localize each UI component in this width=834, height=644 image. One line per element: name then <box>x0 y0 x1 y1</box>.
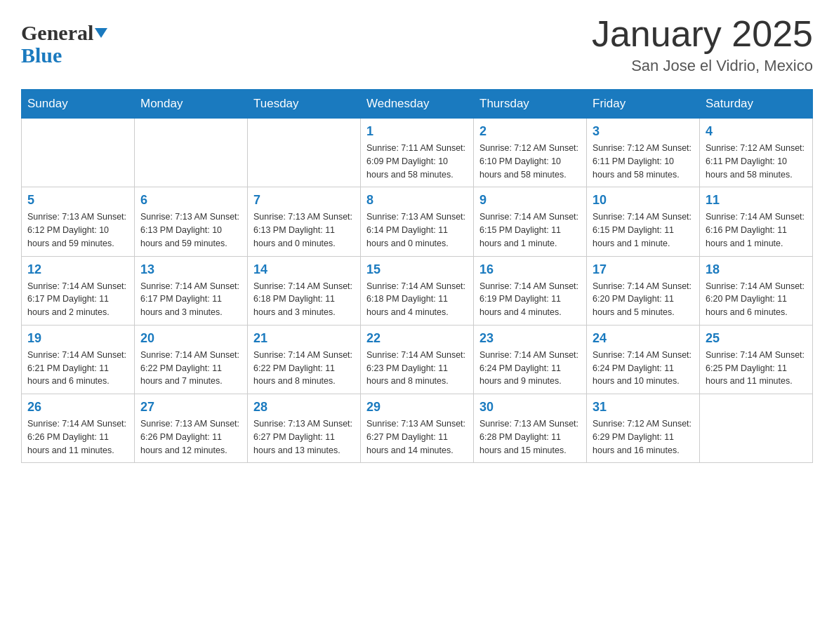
day-info: Sunrise: 7:12 AM Sunset: 6:29 PM Dayligh… <box>593 417 694 457</box>
day-info: Sunrise: 7:11 AM Sunset: 6:09 PM Dayligh… <box>366 142 468 181</box>
day-info: Sunrise: 7:14 AM Sunset: 6:21 PM Dayligh… <box>27 349 128 388</box>
logo: General Blue <box>21 21 107 67</box>
day-number: 18 <box>706 262 807 277</box>
calendar-cell: 17Sunrise: 7:14 AM Sunset: 6:20 PM Dayli… <box>587 256 700 325</box>
day-header-monday: Monday <box>135 90 248 119</box>
calendar-week-row: 5Sunrise: 7:13 AM Sunset: 6:12 PM Daylig… <box>22 187 813 256</box>
day-number: 26 <box>27 400 128 415</box>
calendar-cell: 21Sunrise: 7:14 AM Sunset: 6:22 PM Dayli… <box>248 325 361 394</box>
day-info: Sunrise: 7:14 AM Sunset: 6:16 PM Dayligh… <box>706 210 807 250</box>
calendar-cell: 19Sunrise: 7:14 AM Sunset: 6:21 PM Dayli… <box>22 325 135 394</box>
day-info: Sunrise: 7:13 AM Sunset: 6:13 PM Dayligh… <box>253 210 355 250</box>
logo-general-text: General <box>21 21 93 45</box>
day-info: Sunrise: 7:14 AM Sunset: 6:15 PM Dayligh… <box>479 210 581 250</box>
calendar-cell: 30Sunrise: 7:13 AM Sunset: 6:28 PM Dayli… <box>474 394 587 463</box>
day-number: 21 <box>253 331 355 346</box>
day-header-thursday: Thursday <box>474 90 587 119</box>
calendar-cell: 23Sunrise: 7:14 AM Sunset: 6:24 PM Dayli… <box>474 325 587 394</box>
calendar-cell: 6Sunrise: 7:13 AM Sunset: 6:13 PM Daylig… <box>135 187 248 256</box>
calendar-cell: 3Sunrise: 7:12 AM Sunset: 6:11 PM Daylig… <box>587 119 700 187</box>
calendar-week-row: 1Sunrise: 7:11 AM Sunset: 6:09 PM Daylig… <box>22 119 813 187</box>
day-number: 31 <box>593 400 694 415</box>
day-info: Sunrise: 7:14 AM Sunset: 6:24 PM Dayligh… <box>479 349 581 388</box>
calendar-cell <box>700 394 813 463</box>
day-number: 10 <box>593 193 694 208</box>
day-number: 13 <box>140 262 241 277</box>
calendar-cell: 12Sunrise: 7:14 AM Sunset: 6:17 PM Dayli… <box>22 256 135 325</box>
calendar-cell: 29Sunrise: 7:13 AM Sunset: 6:27 PM Dayli… <box>361 394 474 463</box>
day-number: 19 <box>27 331 128 346</box>
day-header-saturday: Saturday <box>700 90 813 119</box>
day-number: 11 <box>706 193 807 208</box>
day-info: Sunrise: 7:14 AM Sunset: 6:24 PM Dayligh… <box>593 349 694 388</box>
day-info: Sunrise: 7:13 AM Sunset: 6:27 PM Dayligh… <box>366 417 468 457</box>
calendar-cell: 1Sunrise: 7:11 AM Sunset: 6:09 PM Daylig… <box>361 119 474 187</box>
day-info: Sunrise: 7:14 AM Sunset: 6:25 PM Dayligh… <box>706 349 807 388</box>
page-header: General Blue January 2025 San Jose el Vi… <box>21 14 813 75</box>
calendar-cell <box>22 119 135 187</box>
day-number: 25 <box>706 331 807 346</box>
day-number: 2 <box>479 124 581 139</box>
day-info: Sunrise: 7:14 AM Sunset: 6:18 PM Dayligh… <box>366 280 468 319</box>
day-number: 6 <box>140 193 241 208</box>
day-info: Sunrise: 7:12 AM Sunset: 6:11 PM Dayligh… <box>593 142 694 181</box>
day-number: 3 <box>593 124 694 139</box>
calendar-cell <box>248 119 361 187</box>
day-number: 22 <box>366 331 468 346</box>
calendar-cell: 13Sunrise: 7:14 AM Sunset: 6:17 PM Dayli… <box>135 256 248 325</box>
calendar-cell: 5Sunrise: 7:13 AM Sunset: 6:12 PM Daylig… <box>22 187 135 256</box>
day-info: Sunrise: 7:13 AM Sunset: 6:14 PM Dayligh… <box>366 210 468 250</box>
day-number: 12 <box>27 262 128 277</box>
day-number: 29 <box>366 400 468 415</box>
title-section: January 2025 San Jose el Vidrio, Mexico <box>592 14 813 75</box>
day-number: 27 <box>140 400 241 415</box>
day-info: Sunrise: 7:14 AM Sunset: 6:19 PM Dayligh… <box>479 280 581 319</box>
calendar-cell: 14Sunrise: 7:14 AM Sunset: 6:18 PM Dayli… <box>248 256 361 325</box>
day-number: 17 <box>593 262 694 277</box>
calendar-cell: 11Sunrise: 7:14 AM Sunset: 6:16 PM Dayli… <box>700 187 813 256</box>
day-info: Sunrise: 7:14 AM Sunset: 6:20 PM Dayligh… <box>593 280 694 319</box>
day-number: 28 <box>253 400 355 415</box>
day-info: Sunrise: 7:14 AM Sunset: 6:23 PM Dayligh… <box>366 349 468 388</box>
day-number: 15 <box>366 262 468 277</box>
day-header-sunday: Sunday <box>22 90 135 119</box>
day-info: Sunrise: 7:14 AM Sunset: 6:22 PM Dayligh… <box>253 349 355 388</box>
day-number: 5 <box>27 193 128 208</box>
day-info: Sunrise: 7:14 AM Sunset: 6:17 PM Dayligh… <box>140 280 241 319</box>
calendar-cell: 2Sunrise: 7:12 AM Sunset: 6:10 PM Daylig… <box>474 119 587 187</box>
calendar-cell: 20Sunrise: 7:14 AM Sunset: 6:22 PM Dayli… <box>135 325 248 394</box>
calendar-table: SundayMondayTuesdayWednesdayThursdayFrid… <box>21 89 813 463</box>
calendar-cell: 31Sunrise: 7:12 AM Sunset: 6:29 PM Dayli… <box>587 394 700 463</box>
day-header-friday: Friday <box>587 90 700 119</box>
day-info: Sunrise: 7:12 AM Sunset: 6:10 PM Dayligh… <box>479 142 581 181</box>
day-info: Sunrise: 7:14 AM Sunset: 6:20 PM Dayligh… <box>706 280 807 319</box>
calendar-week-row: 12Sunrise: 7:14 AM Sunset: 6:17 PM Dayli… <box>22 256 813 325</box>
day-info: Sunrise: 7:13 AM Sunset: 6:27 PM Dayligh… <box>253 417 355 457</box>
day-info: Sunrise: 7:14 AM Sunset: 6:26 PM Dayligh… <box>27 417 128 457</box>
calendar-cell: 22Sunrise: 7:14 AM Sunset: 6:23 PM Dayli… <box>361 325 474 394</box>
day-number: 4 <box>706 124 807 139</box>
calendar-cell: 26Sunrise: 7:14 AM Sunset: 6:26 PM Dayli… <box>22 394 135 463</box>
day-header-wednesday: Wednesday <box>361 90 474 119</box>
day-info: Sunrise: 7:14 AM Sunset: 6:17 PM Dayligh… <box>27 280 128 319</box>
day-number: 24 <box>593 331 694 346</box>
day-number: 16 <box>479 262 581 277</box>
calendar-cell: 27Sunrise: 7:13 AM Sunset: 6:26 PM Dayli… <box>135 394 248 463</box>
day-number: 9 <box>479 193 581 208</box>
calendar-cell: 15Sunrise: 7:14 AM Sunset: 6:18 PM Dayli… <box>361 256 474 325</box>
day-info: Sunrise: 7:14 AM Sunset: 6:22 PM Dayligh… <box>140 349 241 388</box>
day-info: Sunrise: 7:14 AM Sunset: 6:15 PM Dayligh… <box>593 210 694 250</box>
day-info: Sunrise: 7:13 AM Sunset: 6:28 PM Dayligh… <box>479 417 581 457</box>
day-info: Sunrise: 7:14 AM Sunset: 6:18 PM Dayligh… <box>253 280 355 319</box>
calendar-title: January 2025 <box>592 14 813 54</box>
calendar-subtitle: San Jose el Vidrio, Mexico <box>592 57 813 75</box>
calendar-cell: 10Sunrise: 7:14 AM Sunset: 6:15 PM Dayli… <box>587 187 700 256</box>
calendar-cell: 24Sunrise: 7:14 AM Sunset: 6:24 PM Dayli… <box>587 325 700 394</box>
day-info: Sunrise: 7:13 AM Sunset: 6:13 PM Dayligh… <box>140 210 241 250</box>
calendar-cell: 4Sunrise: 7:12 AM Sunset: 6:11 PM Daylig… <box>700 119 813 187</box>
day-info: Sunrise: 7:13 AM Sunset: 6:12 PM Dayligh… <box>27 210 128 250</box>
day-number: 14 <box>253 262 355 277</box>
calendar-cell: 16Sunrise: 7:14 AM Sunset: 6:19 PM Dayli… <box>474 256 587 325</box>
calendar-week-row: 26Sunrise: 7:14 AM Sunset: 6:26 PM Dayli… <box>22 394 813 463</box>
calendar-cell <box>135 119 248 187</box>
